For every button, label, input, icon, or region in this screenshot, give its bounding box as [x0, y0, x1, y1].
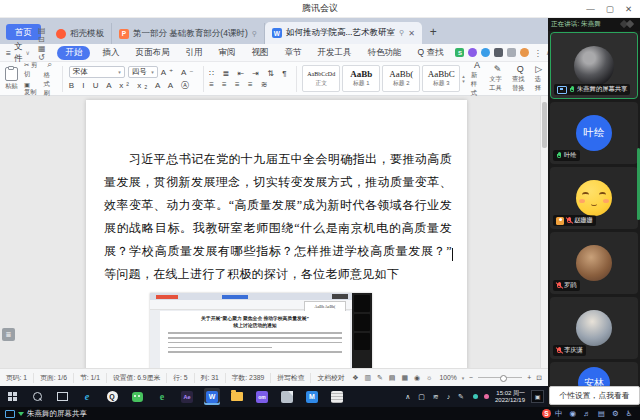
taskbar-file-explorer[interactable] — [229, 388, 245, 405]
taskbar-purple-app[interactable]: om — [254, 388, 270, 405]
taskbar-gray-app[interactable] — [279, 388, 295, 405]
menu-tab-view[interactable]: 视图 — [247, 46, 272, 60]
zoom-out-button[interactable]: − — [469, 374, 473, 381]
tab-docer-template[interactable]: 稻壳模板 — [49, 23, 112, 44]
menu-tab-special-features[interactable]: 特色功能 — [363, 46, 405, 60]
menu-tab-page-layout[interactable]: 页面布局 — [131, 46, 173, 60]
notes-icon — [331, 391, 343, 403]
zoom-slider-knob[interactable] — [500, 375, 507, 382]
wps-member-icon[interactable]: S — [455, 48, 464, 57]
font-effects-buttons[interactable]: B I U A x² x₂ A A Ⓐ — [69, 80, 197, 91]
fit-page-button[interactable]: ⊡ — [536, 374, 542, 382]
text-tools-button[interactable]: ✎ 文字工具 — [489, 64, 506, 93]
taskbar-clock[interactable]: 15:02 周一 2022/12/19 — [495, 390, 525, 404]
tab-home[interactable]: 首页 — [6, 24, 41, 40]
paragraph-group: ∷ ≣ ⇤ ⇥ ⇅ ¶ ≡ ≡ ≡ ≡ ≋ — [209, 69, 289, 89]
select-button[interactable]: ▷ 选择 — [535, 64, 543, 93]
member-dark-icon[interactable] — [494, 48, 503, 57]
menu-tab-review[interactable]: 审阅 — [214, 46, 239, 60]
menu-tab-developer[interactable]: 开发工具 — [313, 46, 355, 60]
member-orange-icon[interactable] — [520, 48, 529, 57]
participant-tile[interactable]: 叶绘 叶绘 — [550, 102, 638, 164]
taskbar-blue-m-app[interactable]: M — [304, 388, 320, 405]
taskbar-wechat[interactable] — [129, 388, 145, 405]
tab-ppt-document[interactable]: P 第一部分 基础教育部分(4课时) ⚲ — [112, 23, 265, 44]
style-heading1[interactable]: AaBb 标题 1 — [342, 65, 380, 92]
tray-penguin-icon[interactable] — [484, 394, 489, 399]
participant-tile-screen-share[interactable]: 朱燕舞的屏幕共享 — [550, 32, 638, 99]
windows-logo-icon — [8, 392, 17, 401]
menu-tab-insert[interactable]: 插入 — [98, 46, 123, 60]
member-gray-icon[interactable] — [507, 48, 516, 57]
list-indent-buttons[interactable]: ∷ ≣ ⇤ ⇥ ⇅ ¶ — [209, 69, 289, 78]
taskbar-edge[interactable]: e — [79, 388, 95, 405]
line-info: 行: 5 — [167, 373, 194, 383]
windows-taskbar: e Q e Ae W om M ∧ ▢ ≋ ♪ ✎ 15:02 周一 2022/… — [0, 386, 548, 407]
zoom-slider[interactable] — [478, 377, 522, 378]
member-purple-icon[interactable] — [468, 48, 477, 57]
font-size-buttons[interactable]: A⁺ A⁻ — [161, 68, 197, 77]
paste-button[interactable]: 粘贴 — [5, 67, 18, 91]
copy-button[interactable]: ▣ 复制 — [24, 81, 37, 97]
taskbar-notes-app[interactable] — [329, 388, 345, 405]
zoom-level[interactable]: 100% — [439, 374, 456, 381]
sogou-logo-icon[interactable]: S — [542, 409, 551, 418]
outline-pane-toggle[interactable]: ≣ — [2, 328, 15, 341]
maximize-icon[interactable]: ▢ — [606, 4, 614, 14]
spell-check-toggle[interactable]: 拼写检查 — [271, 373, 311, 383]
ime-toolbar-icons[interactable]: 中 ◉ ♬ ▤ ⚙ ♿ — [555, 409, 635, 419]
view-mode-buttons[interactable]: ❖ ▥ ✎ ▤ ▦ ◉ ☼ — [352, 374, 434, 382]
taskbar-search-button[interactable] — [29, 388, 45, 405]
close-tab-icon[interactable]: ✕ — [408, 29, 415, 38]
menu-tab-section[interactable]: 章节 — [280, 46, 305, 60]
new-style-button[interactable]: A 新样式 — [471, 60, 484, 98]
format-painter-icon: ⌕ — [47, 59, 52, 70]
column-info: 列: 31 — [195, 373, 226, 383]
start-button[interactable] — [4, 388, 20, 405]
styles-gallery: AaBbCcDd 正文 AaBb 标题 1 AaBb( 标题 2 AaBbC 标… — [302, 65, 465, 92]
find-replace-button[interactable]: Q 查找替换 — [512, 64, 529, 93]
menu-tab-start[interactable]: 开始 — [57, 46, 90, 60]
taskbar-qq[interactable]: Q — [104, 388, 120, 405]
cut-button[interactable]: ✂ 剪切 — [24, 61, 37, 79]
embedded-tab-bar — [150, 293, 372, 300]
member-blue-icon[interactable] — [481, 48, 490, 57]
action-center-icon[interactable]: ▣ — [531, 390, 544, 403]
style-heading3[interactable]: AaBbC 标题 3 — [422, 65, 460, 92]
document-proofing-toggle[interactable]: 文档校对 — [311, 373, 350, 383]
avatar — [574, 46, 614, 86]
position-info: 设置值: 6.9厘米 — [107, 373, 167, 383]
pin-icon[interactable]: ⚲ — [399, 29, 404, 37]
gallery-scroll-arrows[interactable]: ▴ ▾ — [462, 74, 465, 84]
font-size-select[interactable]: 四号▾ — [128, 66, 158, 78]
pin-icon[interactable]: ⚲ — [252, 30, 257, 38]
alignment-buttons[interactable]: ≡ ≡ ≡ ≡ ≋ — [209, 80, 289, 89]
close-icon[interactable]: ✕ — [625, 4, 632, 14]
bottom-strip: 朱燕舞的屏幕共享 S 中 ◉ ♬ ▤ ⚙ ♿ — [0, 407, 640, 420]
mic-muted-icon — [566, 217, 572, 225]
style-heading2[interactable]: AaBb( 标题 2 — [382, 65, 420, 92]
task-view-button[interactable] — [54, 388, 70, 405]
word-count[interactable]: 字数: 2389 — [226, 373, 272, 383]
font-name-select[interactable]: 宋体▾ — [69, 66, 125, 78]
minimize-icon[interactable]: — — [586, 4, 595, 14]
document-page[interactable]: 习近平总书记在党的十九届五中全会明确指出，要推动高质量发展，贯彻新发展理念，切实… — [86, 100, 467, 368]
tray-icons[interactable]: ∧ ▢ ≋ ♪ ✎ — [405, 393, 467, 401]
more-options-icon[interactable]: ⋮ — [533, 48, 542, 58]
zoom-in-button[interactable]: + — [527, 374, 531, 381]
participant-tile[interactable]: 罗鹃 — [550, 232, 638, 294]
tray-teal-icon[interactable] — [473, 394, 478, 399]
participant-tile[interactable]: 李庆潇 — [550, 297, 638, 359]
new-tab-button[interactable]: + — [430, 25, 437, 39]
format-painter-button[interactable]: ⌕ 格式刷 — [43, 59, 56, 98]
taskbar-green-browser[interactable]: e — [154, 388, 170, 405]
scrollbar-thumb[interactable] — [542, 102, 547, 148]
participant-tile[interactable]: 赵姗姗 — [550, 167, 638, 229]
taskbar-after-effects[interactable]: Ae — [179, 388, 195, 405]
statusbar-right: ❖ ▥ ✎ ▤ ▦ ◉ ☼ 100% ▾ − + ⊡ — [352, 374, 542, 382]
taskbar-wps-word-active[interactable]: W — [204, 388, 220, 405]
style-normal[interactable]: AaBbCcDd 正文 — [302, 65, 340, 92]
menu-search[interactable]: Q 查找 — [413, 46, 447, 60]
menu-tab-references[interactable]: 引用 — [181, 46, 206, 60]
tab-word-document-active[interactable]: W 如何推动学院高...艺术教研室 ⚲ ✕ — [265, 22, 422, 44]
